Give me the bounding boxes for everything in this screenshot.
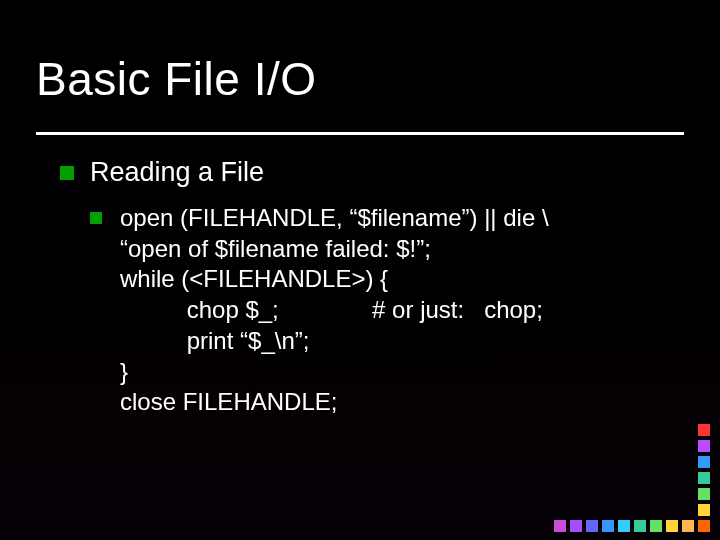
deco-square-icon [650,520,662,532]
code-line-4: chop $_; # or just: chop; [120,295,680,326]
bullet-level1: Reading a File [60,156,680,189]
code-line-3: while (<FILEHANDLE>) { [120,264,680,295]
slide: Basic File I/O Reading a File open (FILE… [0,0,720,540]
decoration-row [554,520,710,532]
code-line-7: close FILEHANDLE; [120,387,680,418]
deco-square-icon [698,472,710,484]
bullet1-label: Reading a File [90,157,264,187]
deco-square-icon [602,520,614,532]
deco-square-icon [682,520,694,532]
code-line-2: “open of $filename failed: $!”; [120,234,680,265]
deco-square-icon [570,520,582,532]
deco-square-icon [554,520,566,532]
bullet-square-icon [90,212,102,224]
bullet-level2: open (FILEHANDLE, “$filename”) || die \ … [90,203,680,418]
decoration-column [698,424,710,516]
title-box: Basic File I/O [36,52,684,135]
slide-title: Basic File I/O [36,52,684,116]
deco-square-icon [586,520,598,532]
code-line-5: print “$_\n”; [120,326,680,357]
code-line-1: (FILEHANDLE, “$filename”) || die \ [173,204,548,231]
deco-square-icon [618,520,630,532]
deco-square-icon [634,520,646,532]
deco-square-icon [698,456,710,468]
deco-square-icon [698,440,710,452]
deco-square-icon [698,424,710,436]
slide-content: Reading a File open (FILEHANDLE, “$filen… [60,156,680,418]
code-line-6: } [120,357,680,388]
deco-square-icon [666,520,678,532]
bullet-square-icon [60,166,74,180]
deco-square-icon [698,504,710,516]
code-keyword: open [120,204,173,231]
deco-square-icon [698,520,710,532]
deco-square-icon [698,488,710,500]
